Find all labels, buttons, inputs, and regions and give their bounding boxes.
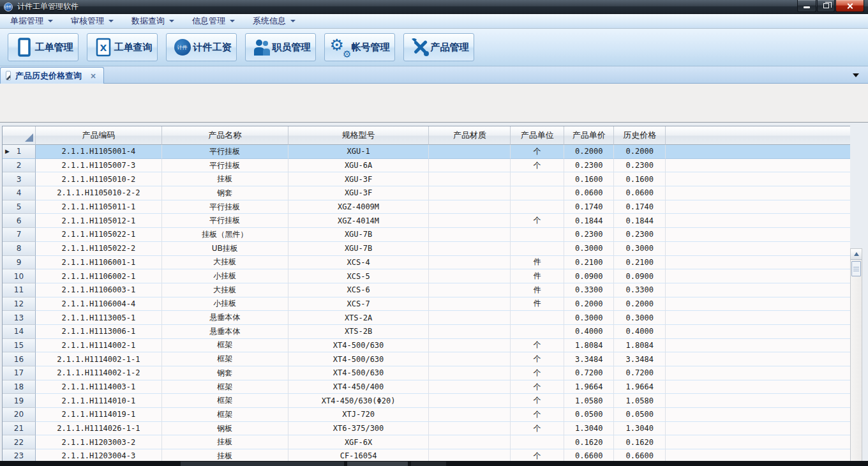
cell-unit[interactable]: 个	[511, 145, 564, 159]
restore-button[interactable]	[817, 0, 835, 12]
column-header-spec[interactable]: 规格型号	[288, 126, 430, 145]
cell-history[interactable]: 3.3484	[614, 352, 666, 366]
row-number-cell[interactable]: 7	[3, 228, 36, 242]
cell-code[interactable]: 2.1.1.H1105022-1	[36, 228, 162, 242]
cell-spec[interactable]: XCS-6	[288, 283, 430, 297]
staff-manage-button[interactable]: 职员管理	[245, 33, 316, 61]
column-header-name[interactable]: 产品名称	[162, 126, 288, 145]
row-number-cell[interactable]: 16	[3, 352, 36, 366]
row-number-cell[interactable]: 12	[3, 297, 36, 312]
cell-code[interactable]: 2.1.1.H1203004-3	[36, 449, 162, 461]
table-row[interactable]: 72.1.1.H1105022-1挂板（黑件）XGU-7B0.23000.230…	[3, 228, 850, 242]
cell-spec[interactable]: XT4-450/630(Φ20)	[288, 394, 430, 408]
row-number-cell[interactable]: 11	[3, 283, 36, 297]
cell-history[interactable]: 0.1600	[614, 172, 666, 186]
row-number-cell[interactable]: 6	[3, 214, 36, 228]
cell-unit[interactable]	[511, 200, 564, 214]
cell-code[interactable]: 2.1.1.H1106003-1	[36, 283, 162, 297]
cell-spec[interactable]: XTJ-720	[288, 408, 430, 422]
cell-name[interactable]: 悬垂本体	[162, 325, 288, 339]
cell-price[interactable]: 0.0500	[564, 408, 614, 422]
cell-material[interactable]	[429, 435, 511, 449]
cell-code[interactable]: 2.1.1.H1105001-4	[36, 145, 162, 159]
cell-spec[interactable]: XTS-2A	[288, 311, 430, 325]
cell-price[interactable]: 1.3040	[564, 422, 614, 436]
cell-name[interactable]: 小挂板	[162, 269, 288, 283]
cell-name[interactable]: 挂板（黑件）	[162, 228, 288, 242]
cell-code[interactable]: 2.1.1.H1106001-1	[36, 256, 162, 270]
cell-unit[interactable]	[511, 311, 564, 325]
cell-history[interactable]: 0.1740	[614, 200, 666, 214]
row-number-cell[interactable]: 10	[3, 269, 36, 283]
cell-code[interactable]: 2.1.1.H1106002-1	[36, 269, 162, 283]
cell-spec[interactable]: XCS-4	[288, 256, 430, 270]
cell-price[interactable]: 0.0600	[564, 186, 614, 200]
cell-unit[interactable]	[511, 325, 564, 339]
cell-price[interactable]: 0.1844	[564, 214, 614, 228]
cell-name[interactable]: 钢套	[162, 366, 288, 380]
cell-name[interactable]: 框架	[162, 352, 288, 366]
table-row[interactable]: 52.1.1.H1105011-1平行挂板XGZ-4009M0.17400.17…	[3, 200, 850, 214]
menu-item-system[interactable]: 系统信息	[248, 14, 301, 28]
cell-price[interactable]: 0.2000	[564, 297, 614, 312]
table-row[interactable]: 122.1.1.H1106004-4小挂板XCS-7件0.20000.2000	[3, 297, 850, 312]
row-number-cell[interactable]: 20	[3, 408, 36, 422]
row-number-cell[interactable]: 13	[3, 311, 36, 325]
cell-material[interactable]	[429, 186, 511, 200]
account-manage-button[interactable]: ⚙⚙ 帐号管理	[324, 33, 395, 61]
menu-item-data-query[interactable]: 数据查询	[126, 14, 179, 28]
cell-history[interactable]: 0.0600	[614, 186, 666, 200]
cell-name[interactable]: 悬垂本体	[162, 311, 288, 325]
row-number-cell[interactable]: 5	[3, 200, 36, 214]
tab-overflow-dropdown-icon[interactable]	[853, 73, 859, 77]
row-number-cell[interactable]: 3	[3, 172, 36, 186]
cell-spec[interactable]: XCS-7	[288, 297, 430, 312]
cell-spec[interactable]: XT4-500/630	[288, 352, 430, 366]
cell-name[interactable]: 挂板	[162, 172, 288, 186]
cell-material[interactable]	[429, 283, 511, 297]
column-header-history[interactable]: 历史价格	[614, 126, 666, 145]
close-button[interactable]	[835, 0, 864, 12]
cell-price[interactable]: 0.3300	[564, 283, 614, 297]
cell-unit[interactable]: 个	[511, 366, 564, 380]
cell-material[interactable]	[429, 242, 511, 256]
cell-material[interactable]	[429, 269, 511, 283]
cell-history[interactable]: 1.8084	[614, 339, 666, 353]
cell-price[interactable]: 1.9664	[564, 380, 614, 395]
cell-history[interactable]: 0.1620	[614, 435, 666, 449]
table-row[interactable]: 152.1.1.H1114002-1框架XT4-500/630个1.80841.…	[3, 339, 850, 353]
cell-name[interactable]: 钢套	[162, 186, 288, 200]
cell-code[interactable]: 2.1.1.H1105011-1	[36, 200, 162, 214]
cell-code[interactable]: 2.1.1.H1114019-1	[36, 408, 162, 422]
cell-code[interactable]: 2.1.1.H1114010-1	[36, 394, 162, 408]
cell-history[interactable]: 1.3040	[614, 422, 666, 436]
cell-unit[interactable]	[511, 228, 564, 242]
cell-spec[interactable]: XT6-375/300	[288, 422, 430, 436]
row-number-cell[interactable]: 9	[3, 256, 36, 270]
cell-code[interactable]: 2.1.1.H1114026-1-1	[36, 422, 162, 436]
cell-unit[interactable]	[511, 435, 564, 449]
table-row[interactable]: 132.1.1.H1113005-1悬垂本体XTS-2A0.30000.3000	[3, 311, 850, 325]
cell-code[interactable]: 2.1.1.H1105022-2	[36, 242, 162, 256]
select-all-corner[interactable]	[3, 126, 36, 145]
table-row[interactable]: 212.1.1.H1114026-1-1钢板XT6-375/300个1.3040…	[3, 422, 850, 436]
cell-history[interactable]: 0.1844	[614, 214, 666, 228]
cell-unit[interactable]: 件	[511, 269, 564, 283]
cell-material[interactable]	[429, 380, 511, 395]
cell-history[interactable]: 0.2300	[614, 159, 666, 173]
cell-spec[interactable]: CF-16054	[288, 449, 430, 461]
cell-name[interactable]: UB挂板	[162, 242, 288, 256]
row-number-cell[interactable]: 22	[3, 435, 36, 449]
table-row[interactable]: 82.1.1.H1105022-2UB挂板XGU-7B0.30000.3000	[3, 242, 850, 256]
cell-spec[interactable]: XGU-6A	[288, 159, 430, 173]
cell-price[interactable]: 1.0580	[564, 394, 614, 408]
cell-price[interactable]: 0.2300	[564, 159, 614, 173]
cell-history[interactable]: 0.0900	[614, 269, 666, 283]
cell-spec[interactable]: XGZ-4009M	[288, 200, 430, 214]
row-number-cell[interactable]: 21	[3, 422, 36, 436]
cell-material[interactable]	[429, 159, 511, 173]
table-row[interactable]: 202.1.1.H1114019-1框架XTJ-720个0.05000.0500	[3, 408, 850, 422]
cell-spec[interactable]: XGU-7B	[288, 242, 430, 256]
cell-unit[interactable]: 个	[511, 380, 564, 395]
cell-unit[interactable]	[511, 186, 564, 200]
